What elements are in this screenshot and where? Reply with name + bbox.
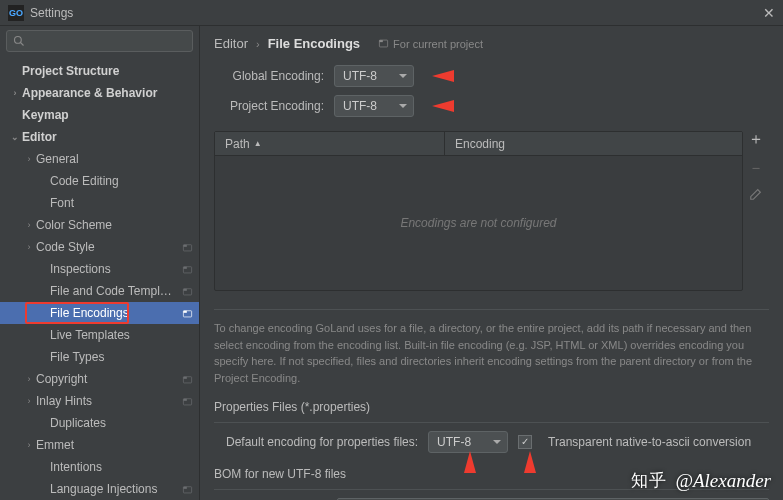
sidebar-item-file-types[interactable]: File Types xyxy=(0,346,199,368)
properties-section-title: Properties Files (*.properties) xyxy=(214,400,769,414)
expand-icon[interactable]: › xyxy=(22,374,36,384)
svg-rect-5 xyxy=(183,266,186,268)
svg-line-1 xyxy=(21,43,24,46)
sidebar-item-label: Keymap xyxy=(22,108,193,122)
add-icon[interactable]: ＋ xyxy=(748,129,764,150)
sidebar-item-appearance-behavior[interactable]: ›Appearance & Behavior xyxy=(0,82,199,104)
svg-rect-17 xyxy=(379,40,382,42)
breadcrumb-parent[interactable]: Editor xyxy=(214,36,248,51)
sidebar-item-label: File Encodings xyxy=(50,306,178,320)
project-scope-indicator: For current project xyxy=(378,38,483,50)
sidebar-item-font[interactable]: Font xyxy=(0,192,199,214)
settings-content: Editor › File Encodings For current proj… xyxy=(200,26,783,500)
svg-rect-15 xyxy=(183,486,186,488)
project-scope-icon xyxy=(182,374,193,385)
settings-search-input[interactable] xyxy=(6,30,193,52)
project-encoding-dropdown[interactable]: UTF-8 xyxy=(334,95,414,117)
sidebar-item-duplicates[interactable]: Duplicates xyxy=(0,412,199,434)
sidebar-item-file-encodings[interactable]: File Encodings xyxy=(0,302,199,324)
sidebar-item-general[interactable]: ›General xyxy=(0,148,199,170)
sidebar-item-label: Code Editing xyxy=(50,174,193,188)
chevron-right-icon: › xyxy=(256,38,260,50)
svg-rect-7 xyxy=(183,288,186,290)
sidebar-item-label: Language Injections xyxy=(50,482,178,496)
sidebar-item-keymap[interactable]: Keymap xyxy=(0,104,199,126)
sidebar-item-label: Inspections xyxy=(50,262,178,276)
sidebar-item-label: Appearance & Behavior xyxy=(22,86,193,100)
sidebar-item-label: Emmet xyxy=(36,438,193,452)
breadcrumb-current: File Encodings xyxy=(268,36,360,51)
help-text: To change encoding GoLand uses for a fil… xyxy=(214,309,769,386)
encodings-table: Path ▲ Encoding Encodings are not config… xyxy=(214,131,743,291)
sidebar-item-label: Code Style xyxy=(36,240,178,254)
expand-icon[interactable]: ⌄ xyxy=(8,132,22,142)
svg-rect-3 xyxy=(183,244,186,246)
sidebar-item-label: Font xyxy=(50,196,193,210)
sidebar-item-label: Editor xyxy=(22,130,193,144)
sidebar-item-file-and-code-templates[interactable]: File and Code Templates xyxy=(0,280,199,302)
sidebar-item-code-editing[interactable]: Code Editing xyxy=(0,170,199,192)
properties-encoding-label: Default encoding for properties files: xyxy=(226,435,418,449)
project-scope-icon xyxy=(182,308,193,319)
properties-encoding-dropdown[interactable]: UTF-8 xyxy=(428,431,508,453)
sidebar-item-inlay-hints[interactable]: ›Inlay Hints xyxy=(0,390,199,412)
annotation-arrow xyxy=(432,100,454,112)
sidebar-item-label: File Types xyxy=(50,350,193,364)
global-encoding-label: Global Encoding: xyxy=(214,69,324,83)
transparent-conversion-label[interactable]: Transparent native-to-ascii conversion xyxy=(548,435,751,449)
sidebar-item-code-style[interactable]: ›Code Style xyxy=(0,236,199,258)
sidebar-item-label: File and Code Templates xyxy=(50,284,178,298)
transparent-conversion-checkbox[interactable] xyxy=(518,435,532,449)
expand-icon[interactable]: › xyxy=(22,220,36,230)
project-scope-icon xyxy=(182,264,193,275)
settings-sidebar: Project Structure›Appearance & BehaviorK… xyxy=(0,26,200,500)
expand-icon[interactable]: › xyxy=(22,242,36,252)
annotation-arrow xyxy=(524,451,536,473)
remove-icon[interactable]: － xyxy=(748,158,764,179)
svg-rect-13 xyxy=(183,398,186,400)
sidebar-item-label: Live Templates xyxy=(50,328,193,342)
search-icon xyxy=(13,35,25,47)
sidebar-item-emmet[interactable]: ›Emmet xyxy=(0,434,199,456)
table-header-encoding[interactable]: Encoding xyxy=(445,132,742,155)
breadcrumb: Editor › File Encodings For current proj… xyxy=(214,36,769,51)
expand-icon[interactable]: › xyxy=(22,154,36,164)
sidebar-item-label: Intentions xyxy=(50,460,193,474)
edit-icon[interactable] xyxy=(749,187,763,201)
sidebar-item-editor[interactable]: ⌄Editor xyxy=(0,126,199,148)
settings-tree: Project Structure›Appearance & BehaviorK… xyxy=(0,56,199,500)
sidebar-item-label: Copyright xyxy=(36,372,178,386)
global-encoding-dropdown[interactable]: UTF-8 xyxy=(334,65,414,87)
svg-point-0 xyxy=(15,37,22,44)
sidebar-item-label: Duplicates xyxy=(50,416,193,430)
sidebar-item-intentions[interactable]: Intentions xyxy=(0,456,199,478)
svg-rect-9 xyxy=(183,310,186,312)
project-scope-icon xyxy=(182,484,193,495)
expand-icon[interactable]: › xyxy=(8,88,22,98)
project-scope-icon xyxy=(182,242,193,253)
sidebar-item-project-structure[interactable]: Project Structure xyxy=(0,60,199,82)
expand-icon[interactable]: › xyxy=(22,396,36,406)
annotation-arrow xyxy=(464,451,476,473)
sidebar-item-label: Project Structure xyxy=(22,64,193,78)
sidebar-item-label: Color Scheme xyxy=(36,218,193,232)
expand-icon[interactable]: › xyxy=(22,440,36,450)
table-header-path[interactable]: Path ▲ xyxy=(215,132,445,155)
project-scope-icon xyxy=(182,396,193,407)
sidebar-item-language-injections[interactable]: Language Injections xyxy=(0,478,199,500)
project-scope-icon xyxy=(182,286,193,297)
annotation-arrow xyxy=(432,70,454,82)
project-encoding-label: Project Encoding: xyxy=(214,99,324,113)
sidebar-item-label: Inlay Hints xyxy=(36,394,178,408)
watermark: 知乎 @Alexander xyxy=(631,469,771,492)
sidebar-item-color-scheme[interactable]: ›Color Scheme xyxy=(0,214,199,236)
svg-rect-11 xyxy=(183,376,186,378)
sidebar-item-copyright[interactable]: ›Copyright xyxy=(0,368,199,390)
window-title: Settings xyxy=(30,6,73,20)
sidebar-item-live-templates[interactable]: Live Templates xyxy=(0,324,199,346)
sidebar-item-inspections[interactable]: Inspections xyxy=(0,258,199,280)
close-icon[interactable]: ✕ xyxy=(763,5,775,21)
sort-asc-icon: ▲ xyxy=(254,139,262,148)
app-icon: GO xyxy=(8,5,24,21)
sidebar-item-label: General xyxy=(36,152,193,166)
